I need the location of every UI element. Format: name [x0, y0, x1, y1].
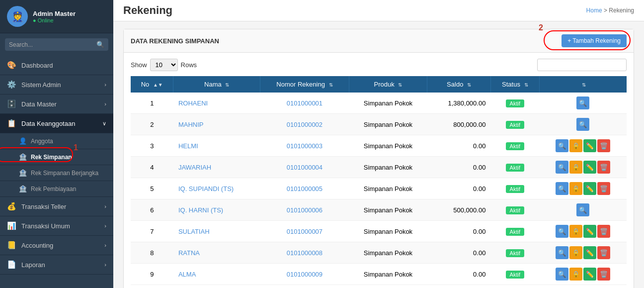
cell-no: 2: [131, 114, 173, 135]
tambah-rekening-button[interactable]: + Tambah Rekening: [562, 34, 627, 47]
lock-button[interactable]: 🔒: [569, 268, 582, 281]
view-button[interactable]: 🔍: [556, 268, 568, 281]
search-icon[interactable]: 🔍: [96, 41, 104, 48]
show-label: Show: [131, 61, 147, 69]
cell-saldo: 0.00: [427, 178, 491, 199]
cell-actions: 🔍: [539, 114, 627, 135]
sidebar-item-rek-simpanan[interactable]: 🏦 Rek Simpanan 1: [0, 149, 113, 165]
lock-button[interactable]: 🔒: [569, 246, 582, 259]
rek-pembiayaan-icon: 🏦: [19, 185, 27, 192]
profile-name: Admin Master: [33, 10, 76, 17]
submenu-item-label: Rek Pembiayaan: [31, 186, 76, 192]
cell-actions: 🔍🔒✏️🗑️: [539, 242, 627, 264]
delete-button[interactable]: 🗑️: [597, 182, 610, 195]
cell-produk: Simpanan Pokok: [349, 93, 427, 114]
rekening-table: No ▲▼ Nama ⇅ Nomor Rekening ⇅ Produk ⇅ S…: [131, 76, 627, 285]
lock-button[interactable]: 🔒: [569, 139, 582, 152]
edit-button[interactable]: ✏️: [583, 268, 596, 281]
lock-button[interactable]: 🔒: [569, 225, 582, 238]
main-content: Rekening Home > Rekening DATA REKENING S…: [113, 0, 644, 288]
col-header-saldo[interactable]: Saldo ⇅: [427, 76, 491, 93]
sort-icon: ⇅: [582, 82, 586, 88]
search-box[interactable]: 🔍: [5, 38, 108, 51]
cell-produk: Simpanan Pokok: [349, 178, 427, 199]
sidebar-item-sistem-admin[interactable]: ⚙️ Sistem Admin ›: [0, 75, 113, 95]
sidebar-item-label: Transaksi Teller: [21, 203, 66, 210]
status-badge: Aktif: [506, 142, 524, 150]
sidebar-item-rek-pembiayaan[interactable]: 🏦 Rek Pembiayaan: [0, 181, 113, 197]
rows-per-page-select[interactable]: 10 25 50 100: [150, 59, 178, 71]
sidebar-item-transaksi-umum[interactable]: 📊 Transaksi Umum ›: [0, 216, 113, 236]
table-row: 5 IQ. SUPIANDI (TS) 0101000005 Simpanan …: [131, 178, 627, 199]
edit-button[interactable]: ✏️: [583, 246, 596, 259]
col-header-nama[interactable]: Nama ⇅: [173, 76, 260, 93]
cell-no: 8: [131, 242, 173, 264]
cell-no: 9: [131, 264, 173, 285]
col-header-actions: ⇅: [539, 76, 627, 93]
table-row: 1 ROHAENI 0101000001 Simpanan Pokok 1,38…: [131, 93, 627, 114]
view-button[interactable]: 🔍: [556, 225, 568, 238]
table-row: 3 HELMI 0101000003 Simpanan Pokok 0.00 A…: [131, 135, 627, 157]
sidebar-item-transaksi-teller[interactable]: 💰 Transaksi Teller ›: [0, 197, 113, 216]
table-row: 9 ALMA 0101000009 Simpanan Pokok 0.00 Ak…: [131, 264, 627, 285]
cell-saldo: 800,000.00: [427, 114, 491, 135]
cell-status: Aktif: [490, 221, 539, 242]
table-search: [537, 59, 627, 71]
cell-nama: ALMA: [173, 264, 260, 285]
view-button[interactable]: 🔍: [576, 203, 589, 216]
sidebar-item-accounting[interactable]: 📒 Accounting ›: [0, 236, 113, 255]
cell-actions: 🔍🔒✏️🗑️: [539, 178, 627, 199]
edit-button[interactable]: ✏️: [583, 161, 596, 174]
breadcrumb-home[interactable]: Home: [586, 7, 602, 14]
col-header-produk[interactable]: Produk ⇅: [349, 76, 427, 93]
panel-header-title: DATA REKENING SIMPANAN: [131, 37, 219, 45]
cell-no: 4: [131, 157, 173, 178]
sistem-admin-icon: ⚙️: [7, 80, 16, 89]
edit-button[interactable]: ✏️: [583, 182, 596, 195]
lock-button[interactable]: 🔒: [569, 161, 582, 174]
chevron-right-icon: ›: [104, 262, 106, 268]
delete-button[interactable]: 🗑️: [597, 246, 610, 259]
col-header-status[interactable]: Status ⇅: [490, 76, 539, 93]
status-badge: Aktif: [506, 249, 524, 257]
sidebar-item-label: Laporan: [21, 261, 45, 269]
sort-icon: ⇅: [225, 82, 229, 88]
col-header-nomor-rekening[interactable]: Nomor Rekening ⇅: [260, 76, 349, 93]
delete-button[interactable]: 🗑️: [597, 139, 610, 152]
delete-button[interactable]: 🗑️: [597, 268, 610, 281]
view-button[interactable]: 🔍: [556, 182, 568, 195]
col-header-no[interactable]: No ▲▼: [131, 76, 173, 93]
sidebar-item-data-keanggotaan[interactable]: 📋 Data Keanggotaan ∨: [0, 114, 113, 133]
annotation-label-2: 2: [539, 23, 543, 32]
sidebar-item-dashboard[interactable]: 🎨 Dashboard: [0, 56, 113, 75]
view-button[interactable]: 🔍: [556, 161, 568, 174]
cell-rekening: 0101000004: [260, 157, 349, 178]
cell-saldo: 1,380,000.00: [427, 93, 491, 114]
rows-label: Rows: [181, 61, 197, 69]
search-input[interactable]: [9, 41, 96, 48]
view-button[interactable]: 🔍: [576, 118, 589, 131]
sidebar-item-rek-simpanan-berjangka[interactable]: 🏦 Rek Simpanan Berjangka: [0, 165, 113, 181]
cell-no: 5: [131, 178, 173, 199]
table-search-input[interactable]: [537, 59, 627, 71]
table-row: 8 RATNA 0101000008 Simpanan Pokok 0.00 A…: [131, 242, 627, 264]
transaksi-umum-icon: 📊: [7, 221, 16, 230]
lock-button[interactable]: 🔒: [569, 182, 582, 195]
delete-button[interactable]: 🗑️: [597, 161, 610, 174]
transaksi-teller-icon: 💰: [7, 202, 16, 211]
cell-actions: 🔍: [539, 93, 627, 114]
cell-rekening: 0101000009: [260, 264, 349, 285]
edit-button[interactable]: ✏️: [583, 139, 596, 152]
view-button[interactable]: 🔍: [576, 96, 589, 109]
rek-simpanan-icon: 🏦: [19, 153, 27, 161]
cell-actions: 🔍: [539, 199, 627, 221]
delete-button[interactable]: 🗑️: [597, 225, 610, 238]
view-button[interactable]: 🔍: [556, 246, 568, 259]
edit-button[interactable]: ✏️: [583, 225, 596, 238]
view-button[interactable]: 🔍: [556, 139, 568, 152]
status-badge: Aktif: [506, 121, 524, 129]
sidebar-item-label: Accounting: [21, 242, 53, 249]
sidebar-item-laporan[interactable]: 📄 Laporan ›: [0, 255, 113, 275]
sidebar-item-anggota[interactable]: 👤 Anggota: [0, 133, 113, 149]
sidebar-item-data-master[interactable]: 🗄️ Data Master ›: [0, 95, 113, 114]
